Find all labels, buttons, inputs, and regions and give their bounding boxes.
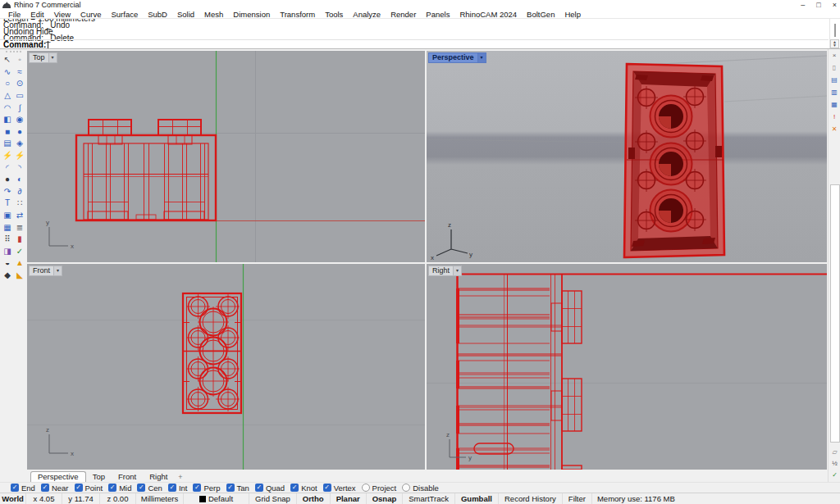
- surface-patch-button[interactable]: ◈: [14, 138, 26, 150]
- viewport-tab-front[interactable]: Front: [112, 472, 143, 482]
- offset-curve-button[interactable]: ∂: [14, 186, 26, 198]
- paste-icon[interactable]: ▤: [831, 76, 838, 84]
- toggle-grid-snap[interactable]: Grid Snap: [249, 493, 297, 504]
- menu-dimension[interactable]: Dimension: [228, 10, 275, 19]
- menu-boltgen[interactable]: BoltGen: [522, 10, 559, 19]
- menu-curve[interactable]: Curve: [75, 10, 106, 19]
- viewport-menu-arrow-icon[interactable]: ▾: [48, 52, 57, 63]
- osnap-int[interactable]: ✓Int: [168, 484, 188, 493]
- menu-surface[interactable]: Surface: [106, 10, 143, 19]
- cone-button[interactable]: ▲: [14, 257, 26, 270]
- checkbox-checked-icon[interactable]: ✓: [137, 484, 145, 492]
- osnap-knot[interactable]: ✓Knot: [290, 484, 317, 493]
- viewport-menu-arrow-icon[interactable]: ▾: [53, 266, 62, 276]
- cplane-button[interactable]: World: [0, 493, 26, 504]
- command-stepper[interactable]: ▲ ▼: [830, 39, 839, 48]
- checkbox-checked-icon[interactable]: ✓: [75, 484, 83, 492]
- checkbox-checked-icon[interactable]: ✓: [255, 484, 263, 492]
- command-scrollbar[interactable]: ▲ ▼: [829, 19, 840, 49]
- menu-view[interactable]: View: [49, 10, 75, 19]
- lock-objects-button[interactable]: ◆: [2, 270, 14, 282]
- pipe-button[interactable]: ▮: [14, 234, 26, 246]
- viewport-perspective[interactable]: z y x Perspective ▾: [427, 51, 827, 262]
- menu-subd[interactable]: SubD: [143, 10, 172, 19]
- arc-button[interactable]: ◠: [2, 102, 14, 114]
- osnap-end[interactable]: ✓End: [11, 484, 35, 493]
- viewport-menu-arrow-icon[interactable]: ▾: [477, 52, 486, 63]
- boolean-difference-button[interactable]: ◐: [14, 174, 26, 186]
- ellipse-button[interactable]: ⊙: [14, 78, 26, 90]
- osnap-cen[interactable]: ✓Cen: [137, 484, 162, 493]
- viewport-tab-right[interactable]: Right: [143, 472, 174, 482]
- menu-rhinocam-2024[interactable]: RhinoCAM 2024: [454, 10, 522, 19]
- checkbox-checked-icon[interactable]: ✓: [108, 484, 116, 492]
- text-tool-button[interactable]: T: [2, 198, 14, 210]
- checkbox-unchecked-icon[interactable]: [362, 484, 370, 492]
- minimize-button[interactable]: –: [801, 1, 805, 9]
- checkbox-checked-icon[interactable]: ✓: [11, 484, 19, 492]
- viewport-title-label[interactable]: Top: [29, 52, 48, 63]
- menu-edit[interactable]: Edit: [25, 10, 48, 19]
- toggle-filter[interactable]: Filter: [563, 493, 592, 504]
- array-linear-button[interactable]: ≣: [14, 221, 26, 234]
- toggle-planar[interactable]: Planar: [331, 493, 367, 504]
- curve-handles-button[interactable]: ≈: [14, 66, 26, 79]
- checkbox-checked-icon[interactable]: ✓: [290, 484, 299, 492]
- right-panel-list[interactable]: [830, 184, 840, 443]
- hide-objects-button[interactable]: ◒: [2, 257, 14, 270]
- panel-tab-icon[interactable]: ▯: [833, 64, 836, 71]
- extract-surface-button[interactable]: ⚡: [14, 150, 26, 162]
- array-box-button[interactable]: ▦: [2, 221, 14, 234]
- right-panel-strip[interactable]: ×▯▤▥▦!✕ ▱½✓: [828, 49, 840, 482]
- menu-render[interactable]: Render: [386, 10, 421, 19]
- array-grid-button[interactable]: ⠿: [2, 234, 14, 246]
- fillet-button[interactable]: ◜: [2, 161, 14, 174]
- ok-icon[interactable]: ✓: [832, 471, 838, 479]
- checkbox-unchecked-icon[interactable]: [402, 484, 410, 492]
- polyline-button[interactable]: △: [2, 90, 14, 102]
- drape-button[interactable]: ◣: [14, 270, 26, 282]
- surface-revolve-button[interactable]: ◉: [14, 114, 26, 126]
- menu-tools[interactable]: Tools: [320, 10, 348, 19]
- surface-loft-button[interactable]: ◧: [2, 114, 14, 126]
- osnap-perp[interactable]: ✓Perp: [193, 484, 220, 493]
- viewport-title-perspective[interactable]: Perspective ▾: [428, 52, 486, 63]
- control-points-button[interactable]: ∿: [2, 66, 14, 79]
- viewport-title-label[interactable]: Right: [428, 266, 453, 276]
- osnap-mid[interactable]: ✓Mid: [108, 484, 131, 493]
- osnap-quad[interactable]: ✓Quad: [255, 484, 285, 493]
- viewport-title-right[interactable]: Right ▾: [428, 266, 462, 276]
- scale-half-icon[interactable]: ½: [832, 460, 838, 467]
- visibility-button[interactable]: ◨: [2, 246, 14, 258]
- boolean-union-button[interactable]: ●: [2, 174, 14, 186]
- chamfer-button[interactable]: ◝: [14, 161, 26, 174]
- check-geometry-button[interactable]: ✓: [14, 246, 26, 258]
- toggle-gumball[interactable]: Gumball: [455, 493, 499, 504]
- menu-file[interactable]: File: [3, 10, 25, 19]
- osnap-disable[interactable]: Disable: [402, 484, 439, 493]
- toggle-osnap[interactable]: Osnap: [367, 493, 404, 504]
- note-icon[interactable]: ▱: [832, 448, 837, 456]
- explode-button[interactable]: ⚡: [2, 150, 14, 162]
- units-button[interactable]: Millimeters: [136, 493, 184, 504]
- menu-help[interactable]: Help: [559, 10, 586, 19]
- viewport-title-label[interactable]: Front: [29, 266, 53, 276]
- surface-plane-button[interactable]: ▤: [2, 138, 14, 150]
- osnap-tan[interactable]: ✓Tan: [226, 484, 249, 493]
- solid-sphere-button[interactable]: ●: [14, 126, 26, 138]
- viewport-right[interactable]: z y Right ▾: [427, 264, 827, 470]
- osnap-near[interactable]: ✓Near: [41, 484, 69, 493]
- viewport-title-label[interactable]: Perspective: [428, 52, 477, 63]
- toggle-record-history[interactable]: Record History: [499, 493, 563, 504]
- viewport-tab-top[interactable]: Top: [86, 472, 112, 482]
- alert-icon[interactable]: !: [833, 113, 835, 120]
- clipboard-icon[interactable]: ▦: [831, 101, 838, 108]
- rectangle-button[interactable]: ▭: [14, 90, 26, 102]
- block-tools-button[interactable]: ▣: [2, 210, 14, 222]
- menu-solid[interactable]: Solid: [172, 10, 199, 19]
- layer-button[interactable]: Default: [184, 493, 249, 504]
- close-button[interactable]: ×: [833, 1, 837, 9]
- menu-mesh[interactable]: Mesh: [199, 10, 228, 19]
- maximize-button[interactable]: □: [816, 1, 820, 9]
- menu-panels[interactable]: Panels: [421, 10, 454, 19]
